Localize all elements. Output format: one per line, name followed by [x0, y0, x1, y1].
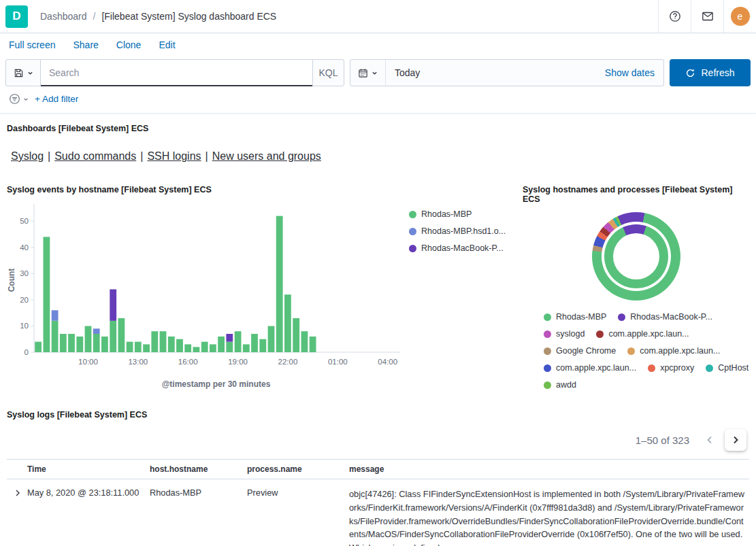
add-filter-button[interactable]: + Add filter	[35, 94, 78, 104]
newsfeed-button[interactable]	[691, 0, 723, 33]
column-header[interactable]: message	[346, 460, 749, 479]
link-separator: |	[48, 150, 50, 162]
svg-text:10:00: 10:00	[78, 358, 98, 366]
date-range-value[interactable]: Today	[386, 60, 420, 86]
show-dates-button[interactable]: Show dates	[605, 60, 663, 86]
help-button[interactable]	[658, 0, 691, 33]
kql-language-button[interactable]: KQL	[312, 59, 344, 86]
legend-swatch	[544, 364, 551, 372]
breadcrumb-dashboard[interactable]: Dashboard	[40, 11, 87, 22]
next-page-button[interactable]	[725, 429, 746, 451]
logs-table-header: Timehost.hostnameprocess.namemessage	[7, 459, 749, 479]
legend-item[interactable]: Rhodas-MacBook-P...	[409, 243, 506, 253]
expander-column-header	[7, 460, 24, 479]
legend-row: syslogdcom.apple.xpc.laun...	[544, 329, 749, 339]
legend-item[interactable]: xpcproxy	[648, 363, 694, 373]
legend-item[interactable]: Rhodas-MacBook-P...	[618, 312, 712, 322]
breadcrumb: Dashboard / [Filebeat System] Syslog das…	[40, 11, 276, 22]
markdown-link[interactable]: Syslog	[11, 150, 44, 162]
legend-label: com.apple.xpc.laun...	[608, 329, 689, 339]
legend-row: com.apple.xpc.laun...xpcproxyCptHost	[544, 363, 749, 373]
legend-item[interactable]: com.apple.xpc.laun...	[627, 346, 720, 356]
date-quick-menu-button[interactable]	[350, 60, 386, 86]
legend-item[interactable]: Rhodas-MBP	[409, 209, 506, 219]
date-picker: Today Show dates	[350, 59, 664, 86]
refresh-label: Refresh	[701, 67, 734, 78]
svg-text:0: 0	[24, 348, 29, 356]
column-header[interactable]: host.hostname	[147, 460, 244, 479]
save-icon	[14, 68, 24, 78]
markdown-link[interactable]: Sudo commands	[54, 150, 136, 162]
legend-item[interactable]: awdd	[544, 380, 576, 390]
cell-message: objc[47426]: Class FIFinderSyncExtension…	[346, 479, 749, 546]
markdown-link[interactable]: SSH logins	[147, 150, 201, 162]
filter-menu-button[interactable]	[9, 93, 29, 105]
legend-item[interactable]: Google Chrome	[544, 346, 616, 356]
panel-title: Syslog events by hostname [Filebeat Syst…	[7, 185, 516, 194]
legend-item[interactable]: Rhodas-MBP.hsd1.o...	[409, 226, 506, 236]
legend-swatch	[409, 228, 416, 235]
donut-legend: Rhodas-MBPRhodas-MacBook-P...syslogdcom.…	[544, 312, 749, 390]
refresh-button[interactable]: Refresh	[670, 59, 751, 86]
legend-label: awdd	[556, 380, 576, 390]
legend-swatch	[618, 313, 625, 321]
column-header[interactable]: Time	[24, 460, 147, 479]
logs-table-body: May 8, 2020 @ 23:18:11.000Rhodas-MBPPrev…	[7, 479, 749, 546]
pagination: 1–50 of 323	[7, 429, 749, 451]
svg-text:13:00: 13:00	[128, 358, 148, 366]
legend-label: com.apple.xpc.laun...	[556, 363, 636, 373]
chevron-down-icon	[372, 70, 378, 76]
dashboard-actions: Full screen Share Clone Edit	[0, 33, 756, 55]
previous-page-button[interactable]	[699, 429, 721, 451]
legend-item[interactable]: Rhodas-MBP	[544, 312, 606, 322]
svg-text:01:00: 01:00	[328, 358, 348, 366]
svg-text:50: 50	[20, 217, 29, 225]
legend-swatch	[648, 364, 655, 372]
svg-text:Count: Count	[7, 269, 16, 292]
user-menu-button[interactable]: e	[723, 0, 756, 33]
legend-item[interactable]: syslogd	[544, 329, 585, 339]
charts-row: Syslog events by hostname [Filebeat Syst…	[7, 185, 749, 390]
legend-item[interactable]: CptHost	[706, 363, 749, 373]
column-header[interactable]: process.name	[244, 460, 346, 479]
markdown-links: Syslog|Sudo commands|SSH logins|New user…	[7, 150, 749, 163]
expand-row-button[interactable]	[14, 489, 22, 497]
legend-label: syslogd	[556, 329, 585, 339]
donut-chart[interactable]	[592, 212, 680, 301]
chevron-down-icon	[27, 70, 33, 76]
panel-hostnames-processes: Syslog hostnames and processes [Filebeat…	[516, 185, 749, 390]
bar-chart-svg: 0102030405010:0013:0016:0019:0022:0001:0…	[7, 199, 405, 377]
table-row: May 8, 2020 @ 23:18:11.000Rhodas-MBPPrev…	[7, 479, 749, 546]
cell-process: Preview	[244, 479, 346, 546]
legend-swatch	[596, 330, 604, 338]
cell-host: Rhodas-MBP	[147, 479, 244, 546]
x-axis-label: @timestamp per 30 minutes	[7, 379, 405, 389]
legend-label: Rhodas-MacBook-P...	[630, 312, 712, 322]
markdown-link[interactable]: New users and groups	[212, 150, 321, 162]
breadcrumb-separator: /	[93, 11, 96, 22]
share-link[interactable]: Share	[73, 39, 98, 50]
search-field-wrap	[41, 59, 312, 86]
panel-syslog-logs: Syslog logs [Filebeat System] ECS 1–50 o…	[7, 410, 749, 546]
svg-text:10: 10	[20, 322, 29, 330]
search-input[interactable]	[41, 67, 312, 78]
svg-text:20: 20	[20, 296, 29, 304]
legend-row: Google Chromecom.apple.xpc.laun...	[544, 346, 749, 356]
panel-title: Syslog hostnames and processes [Filebeat…	[523, 185, 749, 204]
legend-item[interactable]: com.apple.xpc.laun...	[596, 329, 689, 339]
full-screen-link[interactable]: Full screen	[9, 39, 55, 50]
kibana-space-logo[interactable]: D	[5, 5, 28, 28]
help-icon	[669, 10, 681, 22]
legend-row: Rhodas-MBPRhodas-MacBook-P...	[544, 312, 749, 322]
search-group: KQL	[5, 59, 344, 86]
legend-swatch	[409, 245, 416, 252]
edit-link[interactable]: Edit	[159, 39, 175, 50]
saved-query-menu-button[interactable]	[5, 59, 41, 86]
legend-label: Rhodas-MBP.hsd1.o...	[421, 226, 506, 236]
bar-chart[interactable]: 0102030405010:0013:0016:0019:0022:0001:0…	[7, 199, 405, 389]
legend-swatch	[627, 347, 635, 355]
legend-item[interactable]: com.apple.xpc.laun...	[544, 363, 636, 373]
clone-link[interactable]: Clone	[116, 39, 142, 50]
user-avatar: e	[731, 7, 750, 26]
svg-text:22:00: 22:00	[278, 358, 298, 366]
